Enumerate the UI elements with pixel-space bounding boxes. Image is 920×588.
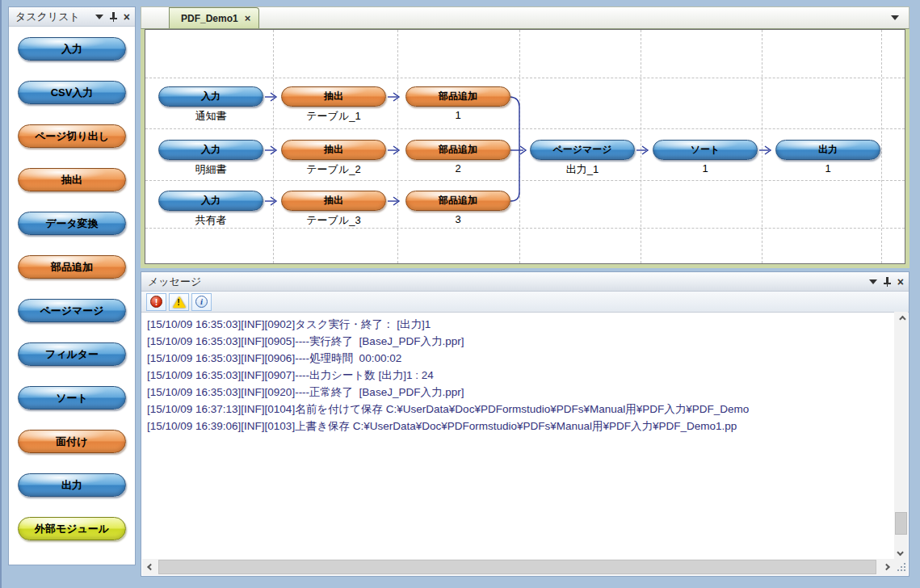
flow-node-sublabel: 3 [405,213,510,225]
errors-filter-button[interactable]: ! [146,293,166,311]
flow-node[interactable]: 部品追加 1 [405,86,510,121]
flow-canvas[interactable]: 入力 通知書 抽出 テーブル_1 部品追加 1 入力 明細書 抽出 テーブル_2 [145,29,905,264]
tasklist-panel: タスクリスト × 入力CSV入力ページ切り出し抽出データ変換部品追加ページマージ… [8,6,136,565]
flow-node-pill[interactable]: ページマージ [530,140,635,160]
pin-icon[interactable] [109,11,118,22]
flow-node-sublabel: 1 [653,162,758,174]
log-list: [15/10/09 16:35:03][INF][0902]タスク実行・終了： … [142,312,894,559]
panel-menu-icon[interactable] [95,15,103,19]
flow-node-pill[interactable]: 出力 [775,140,880,160]
vertical-scrollbar[interactable] [894,312,908,559]
log-line: [15/10/09 16:35:03][INF][0920]----正常終了 [… [147,384,894,401]
log-line: [15/10/09 16:39:06][INF][0103]上書き保存 C:¥U… [147,418,894,435]
resize-grip-icon[interactable] [897,563,906,573]
task-pill-button[interactable]: 出力 [18,473,126,497]
task-pill-button[interactable]: CSV入力 [18,81,126,104]
horizontal-scrollbar[interactable] [142,559,894,575]
flow-node[interactable]: ソート 1 [653,140,758,174]
flow-node[interactable]: 入力 明細書 [158,140,263,177]
log-line: [15/10/09 16:35:03][INF][0907]----出力シート数… [147,367,894,384]
tab-list-dropdown-icon[interactable] [891,15,899,20]
flow-node-pill[interactable]: ソート [653,140,758,160]
flow-node-pill[interactable]: 抽出 [281,191,386,211]
tasklist-buttons: 入力CSV入力ページ切り出し抽出データ変換部品追加ページマージフィルターソート面… [9,27,135,540]
task-pill-button[interactable]: 面付け [18,430,126,453]
message-title: メッセージ [148,275,869,289]
warnings-filter-button[interactable]: ! [169,293,189,311]
flow-node[interactable]: ページマージ 出力_1 [530,140,635,177]
flow-node-pill[interactable]: 部品追加 [405,86,510,107]
horizontal-scroll-thumb[interactable] [158,560,876,574]
flow-node-sublabel: 共有者 [158,213,263,228]
task-pill-button[interactable]: フィルター [18,342,126,366]
scroll-left-button[interactable] [142,559,156,575]
warning-icon: ! [173,296,186,308]
task-pill-button[interactable]: 部品追加 [18,255,126,279]
task-pill-button[interactable]: 外部モジュール [18,517,126,540]
flow-node-pill[interactable]: 入力 [158,140,263,160]
flow-node-pill[interactable]: 入力 [158,191,263,211]
flow-node-sublabel: 明細書 [158,162,263,177]
flow-node-sublabel: テーブル_2 [281,162,386,177]
message-header: メッセージ × [141,272,909,292]
log-line: [15/10/09 16:37:13][INF][0104]名前を付けて保存 C… [147,401,894,418]
info-filter-button[interactable]: i [191,293,212,311]
flow-node[interactable]: 出力 1 [775,140,880,174]
tasklist-header: タスクリスト × [9,7,135,27]
flow-node-sublabel: テーブル_3 [281,213,386,228]
task-pill-button[interactable]: データ変換 [18,212,126,235]
flow-node-sublabel: 1 [405,109,510,121]
flow-node[interactable]: 入力 共有者 [158,191,263,228]
task-pill-button[interactable]: ソート [18,386,126,410]
flow-canvas-frame: 入力 通知書 抽出 テーブル_1 部品追加 1 入力 明細書 抽出 テーブル_2 [141,29,909,268]
flow-node[interactable]: 部品追加 3 [405,191,510,225]
flow-node[interactable]: 抽出 テーブル_1 [281,86,386,124]
close-icon[interactable]: × [124,12,130,22]
tasklist-title: タスクリスト [15,10,95,24]
scroll-up-button[interactable] [894,312,908,326]
flow-node[interactable]: 抽出 テーブル_3 [281,191,386,228]
scroll-right-button[interactable] [880,559,894,575]
log-line: [15/10/09 16:35:03][INF][0902]タスク実行・終了： … [147,316,894,333]
close-icon[interactable]: × [897,277,904,287]
task-pill-button[interactable]: 抽出 [18,168,126,191]
message-toolbar: ! ! i [141,292,909,313]
flow-node-sublabel: 通知書 [158,109,263,124]
flow-node-sublabel: 1 [775,162,880,174]
document-tabbar: PDF_Demo1 × [141,6,909,29]
pin-icon[interactable] [883,276,892,287]
scroll-down-button[interactable] [894,545,908,559]
flow-node-pill[interactable]: 部品追加 [405,191,510,211]
flow-node-sublabel: テーブル_1 [281,109,386,124]
vertical-scroll-thumb[interactable] [895,512,907,535]
flow-node-pill[interactable]: 入力 [158,86,263,107]
task-pill-button[interactable]: 入力 [18,37,126,61]
flow-node[interactable]: 部品追加 2 [405,140,510,174]
task-pill-button[interactable]: ページ切り出し [18,124,126,148]
tab-label: PDF_Demo1 [181,13,238,24]
flow-node[interactable]: 入力 通知書 [158,86,263,124]
scroll-corner [894,559,908,575]
flow-node-sublabel: 出力_1 [530,162,635,177]
flow-node-sublabel: 2 [405,162,510,174]
info-icon: i [195,296,208,308]
flow-node-pill[interactable]: 抽出 [281,86,386,107]
flow-node-pill[interactable]: 部品追加 [405,140,510,160]
tab-pdf-demo1[interactable]: PDF_Demo1 × [169,7,259,28]
error-icon: ! [150,296,162,308]
main-area: PDF_Demo1 × [141,6,909,577]
message-panel: メッセージ × ! ! i [15/10/09 16:35:03][INF][0… [141,271,909,577]
task-pill-button[interactable]: ページマージ [18,299,126,322]
log-line: [15/10/09 16:35:03][INF][0906]----処理時間 0… [147,350,894,367]
flow-node-pill[interactable]: 抽出 [281,140,386,160]
tab-close-icon[interactable]: × [245,12,251,24]
log-line: [15/10/09 16:35:03][INF][0905]----実行終了 [… [147,333,894,350]
panel-menu-icon[interactable] [869,279,877,284]
flow-node[interactable]: 抽出 テーブル_2 [281,140,386,177]
